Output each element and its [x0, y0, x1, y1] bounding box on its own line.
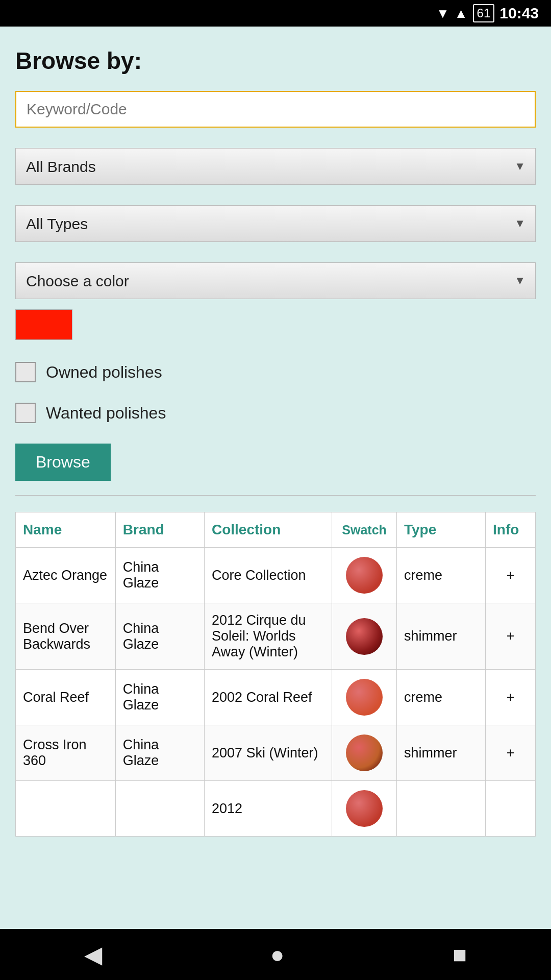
- app-container: Browse by: All Brands China Glaze OPI Es…: [0, 27, 551, 980]
- color-dropdown-wrapper: Choose a color Red Blue Green Pink ▼: [15, 262, 536, 299]
- cell-type: creme: [396, 670, 485, 725]
- owned-checkbox[interactable]: [15, 362, 36, 382]
- cell-brand: China Glaze: [115, 548, 204, 603]
- battery-icon: 61: [473, 4, 495, 22]
- cell-info[interactable]: +: [486, 670, 536, 725]
- cell-brand: China Glaze: [115, 725, 204, 781]
- status-bar: ▼ ▲ 61 10:43: [0, 0, 551, 27]
- col-header-info: Info: [486, 512, 536, 548]
- signal-icon: ▲: [455, 6, 468, 21]
- results-table: Name Brand Collection Swatch Type Info A…: [15, 512, 536, 837]
- cell-type: creme: [396, 548, 485, 603]
- cell-name: Aztec Orange: [16, 548, 116, 603]
- table-row: 2012: [16, 781, 536, 837]
- search-input[interactable]: [15, 91, 536, 128]
- section-divider: [15, 495, 536, 496]
- brands-dropdown-wrapper: All Brands China Glaze OPI Essie ▼: [15, 148, 536, 185]
- color-dropdown[interactable]: Choose a color Red Blue Green Pink: [15, 262, 536, 299]
- cell-swatch: [332, 725, 397, 781]
- back-button[interactable]: ◀: [64, 936, 122, 973]
- cell-collection: 2007 Ski (Winter): [204, 725, 332, 781]
- wifi-icon: ▼: [436, 6, 449, 21]
- cell-swatch: [332, 603, 397, 670]
- table-row: Coral ReefChina Glaze2002 Coral Reefcrem…: [16, 670, 536, 725]
- cell-brand: [115, 781, 204, 837]
- col-header-swatch: Swatch: [332, 512, 397, 548]
- color-swatch-container: [15, 309, 536, 344]
- cell-swatch: [332, 670, 397, 725]
- swatch-circle: [346, 734, 383, 771]
- cell-info[interactable]: +: [486, 603, 536, 670]
- cell-name: Bend Over Backwards: [16, 603, 116, 670]
- cell-swatch: [332, 781, 397, 837]
- col-header-name: Name: [16, 512, 116, 548]
- cell-info[interactable]: +: [486, 548, 536, 603]
- status-icons: ▼ ▲ 61 10:43: [436, 4, 539, 22]
- status-time: 10:43: [499, 5, 539, 22]
- col-header-collection: Collection: [204, 512, 332, 548]
- color-swatch[interactable]: [15, 309, 72, 340]
- wanted-checkbox[interactable]: [15, 403, 36, 423]
- owned-label: Owned polishes: [46, 363, 162, 382]
- col-header-type: Type: [396, 512, 485, 548]
- cell-type: shimmer: [396, 725, 485, 781]
- cell-collection: 2002 Coral Reef: [204, 670, 332, 725]
- cell-type: [396, 781, 485, 837]
- brands-dropdown[interactable]: All Brands China Glaze OPI Essie: [15, 148, 536, 185]
- cell-name: Cross Iron 360: [16, 725, 116, 781]
- cell-brand: China Glaze: [115, 670, 204, 725]
- cell-name: [16, 781, 116, 837]
- table-row: Cross Iron 360China Glaze2007 Ski (Winte…: [16, 725, 536, 781]
- home-button[interactable]: ●: [250, 936, 305, 973]
- table-row: Aztec OrangeChina GlazeCore Collectioncr…: [16, 548, 536, 603]
- cell-brand: China Glaze: [115, 603, 204, 670]
- cell-swatch: [332, 548, 397, 603]
- cell-collection: 2012: [204, 781, 332, 837]
- browse-button[interactable]: Browse: [15, 444, 111, 481]
- recent-button[interactable]: ■: [432, 936, 487, 973]
- page-title: Browse by:: [15, 47, 536, 75]
- swatch-circle: [346, 557, 383, 594]
- types-dropdown[interactable]: All Types creme shimmer glitter: [15, 205, 536, 242]
- cell-info[interactable]: +: [486, 725, 536, 781]
- cell-type: shimmer: [396, 603, 485, 670]
- swatch-circle: [346, 679, 383, 716]
- table-header-row: Name Brand Collection Swatch Type Info: [16, 512, 536, 548]
- cell-info[interactable]: [486, 781, 536, 837]
- owned-checkbox-row: Owned polishes: [15, 362, 536, 382]
- col-header-brand: Brand: [115, 512, 204, 548]
- swatch-circle: [346, 618, 383, 655]
- types-dropdown-wrapper: All Types creme shimmer glitter ▼: [15, 205, 536, 242]
- cell-collection: 2012 Cirque du Soleil: Worlds Away (Wint…: [204, 603, 332, 670]
- swatch-circle: [346, 790, 383, 827]
- table-row: Bend Over BackwardsChina Glaze2012 Cirqu…: [16, 603, 536, 670]
- wanted-checkbox-row: Wanted polishes: [15, 403, 536, 423]
- wanted-label: Wanted polishes: [46, 404, 166, 423]
- cell-name: Coral Reef: [16, 670, 116, 725]
- cell-collection: Core Collection: [204, 548, 332, 603]
- bottom-nav: ◀ ● ■: [0, 929, 551, 980]
